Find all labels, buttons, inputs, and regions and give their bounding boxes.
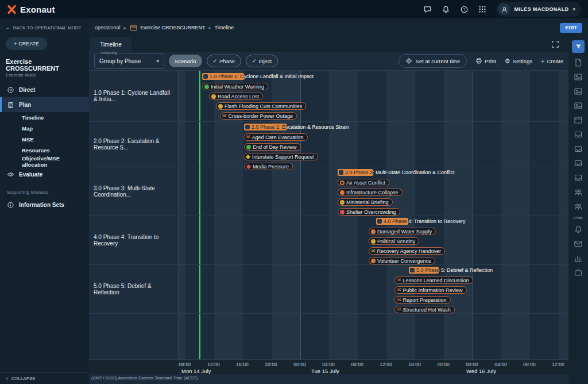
inject-chip[interactable]: ✉ Public Information Review (394, 286, 467, 294)
sidebar-item-mse[interactable]: MSE (0, 134, 89, 145)
card-icon[interactable] (574, 116, 583, 125)
filter-chip-phase[interactable]: ✓ Phase (207, 55, 241, 67)
print-button[interactable]: Print (475, 57, 496, 64)
sidebar-item-timeline[interactable]: Timeline (0, 112, 89, 123)
fullscreen-icon[interactable] (551, 40, 559, 48)
phase-bar[interactable]: 5.0 Phase 5: Debrief & Reflection (409, 267, 439, 274)
tab-timeline[interactable]: Timeline (90, 37, 131, 52)
group-row-label[interactable]: 3.0 Phase 3: Multi-State Coordination... (89, 167, 178, 216)
grouping-select[interactable]: Grouping Group by Phase ▾ (94, 53, 164, 69)
briefcase-icon[interactable] (574, 268, 583, 277)
create-inject-button[interactable]: + Create (541, 58, 563, 64)
chevron-down-icon: ▾ (572, 6, 575, 12)
inject-chip[interactable]: Flash Flooding Cuts Communities (216, 102, 306, 110)
group-row-label[interactable]: 2.0 Phase 2: Escalation & Resource S... (89, 121, 178, 167)
inject-chip[interactable]: Infrastructure Collapse (338, 189, 403, 196)
create-button[interactable]: + CREATE (6, 37, 47, 50)
filter-icon[interactable] (572, 40, 585, 53)
settings-label: Settings (513, 58, 532, 64)
phase-label: 4.0 Phase 4: Transition to Recovery (384, 218, 408, 224)
inject-chip[interactable]: ✉ Cross-border Power Outage (220, 112, 297, 120)
tray-icon[interactable] (574, 159, 583, 168)
phase-bar[interactable]: 4.0 Phase 4: Transition to Recovery (376, 218, 408, 225)
breadcrumb-operational[interactable]: operational (95, 25, 121, 30)
time-tick-label: 08:00 (523, 362, 535, 367)
group-row-label[interactable]: 5.0 Phase 5: Debrief & Reflection (89, 264, 178, 313)
scenario-chip-label: Scenario (175, 58, 196, 64)
inject-chip[interactable]: ✉ Recovery Agency Handover (369, 247, 445, 255)
file-icon[interactable] (574, 58, 583, 67)
mail-icon[interactable] (574, 239, 583, 248)
sidebar-item-evaluate[interactable]: Evaluate (0, 167, 89, 182)
tray-icon[interactable] (574, 144, 583, 153)
phase-bar[interactable]: 2.0 Phase 2: Escalation & Resource Strai… (244, 124, 287, 130)
phase-icon (410, 268, 415, 272)
information-sets-label: Information Sets (19, 202, 64, 208)
sidebar-item-plan[interactable]: Plan (0, 97, 89, 112)
top-bar: Exonaut ? MILES MACDONALD ▾ (0, 0, 588, 18)
filter-chip-inject[interactable]: ✓ Inject (246, 55, 278, 67)
tray-icon[interactable] (574, 130, 583, 139)
inject-chip[interactable]: Damaged Water Supply (369, 228, 436, 235)
inject-chip[interactable]: ✉ Aged Care Evacuation (243, 133, 308, 141)
inject-chip[interactable]: Volunteer Convergence (369, 257, 435, 264)
collapse-sidebar-button[interactable]: « COLLAPSE (0, 373, 89, 384)
settings-button[interactable]: ⚙ Settings (505, 58, 532, 64)
chevron-down-icon: ▾ (156, 58, 159, 64)
phase-icon (203, 74, 208, 79)
app-logo[interactable]: Exonaut (7, 5, 55, 14)
sidebar-item-resources[interactable]: Resources (0, 145, 89, 156)
inject-chip[interactable]: Shelter Overcrowding (338, 208, 400, 216)
bell-icon[interactable] (574, 225, 583, 234)
inject-chip[interactable]: ✉ Structured Hot Wash (394, 306, 455, 313)
back-to-operational-link[interactable]: ← BACK TO OPERATIONAL MODE (0, 18, 89, 34)
image-icon[interactable] (574, 87, 583, 96)
inject-label: Ministerial Briefing (346, 199, 389, 205)
inject-chip[interactable]: End of Day Review (244, 143, 301, 151)
filter-chip-scenario[interactable]: Scenario (169, 55, 202, 67)
phase-bar[interactable]: 1.0 Phase 1: Cyclone Landfall & Initial … (202, 73, 244, 80)
create-label: Create (547, 58, 563, 64)
phase-bar[interactable]: 3.0 Phase 3: Multi-State Coordination & … (338, 169, 373, 176)
sidebar-item-direct[interactable]: Direct (0, 82, 89, 97)
apps-grid-icon[interactable] (478, 5, 486, 13)
user-menu[interactable]: MILES MACDONALD ▾ (496, 2, 581, 17)
breadcrumb-exercise[interactable]: Exercise CROSSCURRENT (141, 25, 206, 30)
row-separator (89, 313, 568, 314)
inject-label: Aged Care Evacuation (252, 135, 304, 140)
group-row-label[interactable]: 1.0 Phase 1: Cyclone Landfall & Initia..… (89, 70, 178, 121)
group-row-label[interactable]: 4.0 Phase 4: Transition to Recovery (89, 216, 178, 264)
inject-status-icon (211, 94, 216, 99)
edit-button[interactable]: EDIT (560, 23, 582, 33)
sidebar-item-map[interactable]: Map (0, 123, 89, 134)
plus-icon: + (14, 41, 17, 47)
help-icon[interactable]: ? (460, 5, 469, 14)
users-icon[interactable] (574, 187, 583, 197)
image-icon[interactable] (574, 72, 583, 82)
inject-chip[interactable]: Interstate Support Request (243, 153, 318, 160)
inject-chip[interactable]: Initial Weather Warning (202, 83, 268, 90)
inject-status-icon (340, 200, 345, 205)
timeline-toolbar: Grouping Group by Phase ▾ Scenario ✓ Pha… (89, 52, 568, 70)
image-icon[interactable] (574, 101, 583, 110)
chat-icon[interactable] (423, 5, 432, 14)
sidebar-item-objective-mse-allocation[interactable]: Objective/MSE allocation (0, 156, 89, 167)
html-icon[interactable]: HTML (573, 216, 583, 220)
breadcrumb-timeline[interactable]: Timeline (215, 25, 234, 30)
inject-chip[interactable]: ✉ Lessons Learned Discussion (394, 277, 473, 284)
chart-icon[interactable] (574, 254, 583, 263)
inject-chip[interactable]: ✉ Report Preparation (394, 296, 451, 304)
tray-icon[interactable] (574, 173, 583, 182)
set-at-current-time-button[interactable]: Set at current time (399, 54, 467, 68)
inject-chip[interactable]: Ministerial Briefing (338, 198, 393, 206)
target-icon (405, 57, 412, 64)
notifications-bell-icon[interactable] (442, 5, 450, 14)
inject-chip[interactable]: Air Asset Conflict (338, 179, 389, 186)
sidebar-item-information-sets[interactable]: Information Sets (0, 197, 89, 212)
inject-chip[interactable]: Political Scrutiny (369, 237, 419, 245)
inject-envelope-icon: ✉ (397, 287, 401, 293)
inject-label: Public Information Review (403, 287, 463, 293)
inject-chip[interactable]: Road Access Lost (209, 93, 263, 100)
phase-icon (339, 170, 343, 175)
users-icon[interactable] (574, 202, 583, 211)
